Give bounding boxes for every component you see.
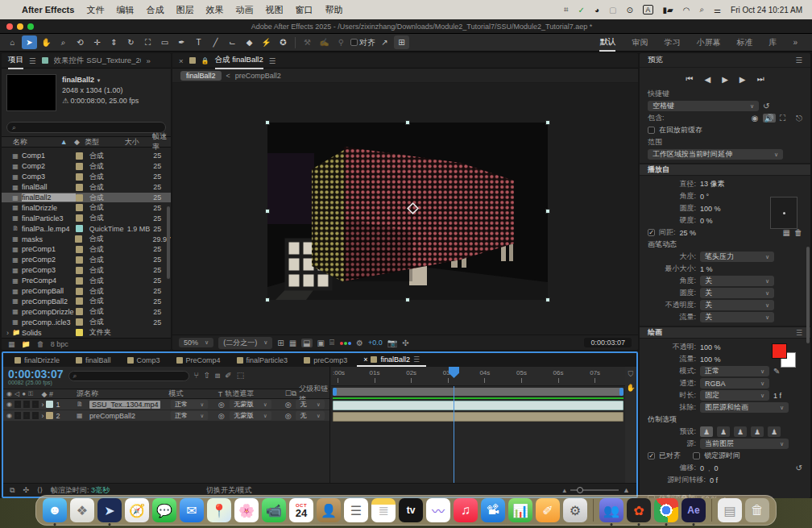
dock-maps-icon[interactable]: 📍 bbox=[207, 498, 231, 522]
paint-flow-value[interactable]: 100 % bbox=[700, 355, 721, 364]
project-row[interactable]: ▦preCompDrizzle合成25 bbox=[2, 306, 171, 317]
comp-panel-menu-icon[interactable]: ☰ bbox=[269, 56, 276, 65]
audio-icon[interactable]: ▪ bbox=[14, 401, 21, 408]
dock-settings-icon[interactable]: ⚙ bbox=[563, 498, 587, 522]
label-color-chip[interactable] bbox=[76, 214, 83, 222]
time-ruler[interactable]: :00s01s02s03s04s05s06s07s08s bbox=[331, 367, 625, 386]
expander-icon[interactable]: › bbox=[6, 329, 12, 337]
flow-dynamics-dropdown[interactable]: 关∨ bbox=[700, 312, 774, 322]
cache-before-playback-checkbox[interactable] bbox=[648, 127, 655, 134]
rotation-tool[interactable]: ↻ bbox=[123, 35, 139, 49]
timeline-tab-finalBall2[interactable]: ×finalBall2☰ bbox=[357, 353, 426, 367]
dock-messages-icon[interactable]: 💬 bbox=[152, 498, 176, 522]
handle-bottom-right[interactable] bbox=[545, 297, 550, 302]
hand-mini-icon[interactable]: ✋ bbox=[626, 384, 635, 392]
menu-edit[interactable]: 编辑 bbox=[116, 4, 134, 16]
timeline-tab-finalDrizzle[interactable]: finalDrizzle bbox=[8, 353, 66, 367]
layer-duration-bar[interactable] bbox=[333, 401, 624, 410]
new-brush-icon[interactable]: ▦ bbox=[783, 228, 790, 237]
guides-icon[interactable]: ▣ bbox=[317, 339, 325, 347]
label-color-chip[interactable] bbox=[76, 163, 83, 170]
viewer-gear-icon[interactable]: ⚙ bbox=[356, 339, 363, 347]
rulers-icon[interactable]: ⌸ bbox=[329, 338, 334, 347]
battery-icon[interactable]: ▮▰ bbox=[663, 6, 673, 15]
timeline-tab-preComp3[interactable]: preComp3 bbox=[297, 353, 354, 367]
control-center-icon[interactable]: ⚌ bbox=[714, 6, 721, 15]
dock-contacts-icon[interactable]: 👤 bbox=[317, 498, 341, 522]
paint-panel-menu-icon[interactable]: ☰ bbox=[796, 329, 802, 337]
menu-composition[interactable]: 合成 bbox=[146, 4, 164, 16]
channel-dropdown[interactable]: RGBA∨ bbox=[700, 378, 769, 389]
label-color-chip[interactable] bbox=[76, 184, 83, 191]
menu-file[interactable]: 文件 bbox=[86, 4, 104, 16]
bit-depth-label[interactable]: 8 bpc bbox=[51, 340, 68, 348]
workspace-4[interactable]: 小屏幕 bbox=[696, 35, 720, 51]
viewer-timecode[interactable]: 0:00:03:07 bbox=[584, 338, 632, 347]
layer-name-cell[interactable]: 🗎SSU_Tex..1304.mp4 bbox=[77, 401, 169, 409]
project-panel-menu-icon[interactable]: ☰ bbox=[29, 56, 36, 65]
composition-viewport[interactable] bbox=[172, 83, 638, 335]
current-timecode[interactable]: 0:00:03:07 bbox=[8, 369, 64, 380]
project-row[interactable]: ▦finalDrizzle合成25 bbox=[2, 202, 171, 213]
tab-composition[interactable]: 合成 finalBall2 bbox=[215, 53, 263, 69]
workspace-1[interactable]: 默认 bbox=[599, 34, 615, 52]
paint-mode-dropdown[interactable]: 正常∨ bbox=[700, 366, 769, 376]
more-tabs-icon[interactable]: » bbox=[147, 56, 151, 65]
layer-duration-bar[interactable] bbox=[333, 412, 624, 422]
minimize-window-button[interactable] bbox=[17, 23, 23, 30]
project-row[interactable]: ▦Comp3合成25 bbox=[2, 172, 171, 182]
dock-music-icon[interactable]: ♫ bbox=[454, 498, 478, 522]
expressions-icon[interactable]: ⟨⟩ bbox=[37, 486, 43, 494]
paint-opacity-value[interactable]: 100 % bbox=[700, 343, 721, 351]
brush-tool[interactable]: ╱ bbox=[208, 35, 223, 49]
menu-help[interactable]: 帮助 bbox=[325, 4, 342, 16]
handle-top-right[interactable] bbox=[545, 120, 550, 125]
resolution-dropdown[interactable]: (二分之一)∨ bbox=[218, 337, 272, 349]
show-snapshot-icon[interactable]: ✣ bbox=[402, 339, 408, 347]
mode-column[interactable]: 模式 bbox=[168, 389, 218, 399]
layer-name-cell[interactable]: ▦preCompBall2 bbox=[77, 412, 169, 420]
source-time-shift-value[interactable]: 0 f bbox=[710, 476, 718, 484]
layer-row[interactable]: ◉▪▪▪›2▦preCompBall2正常∨◎无蒙版∨◎无∨ bbox=[3, 410, 329, 422]
camera-tool[interactable]: ⛶ bbox=[140, 35, 155, 49]
roundness-dynamics-dropdown[interactable]: 关∨ bbox=[700, 288, 774, 298]
timeline-zoom-slider[interactable]: ▴ ▲ bbox=[563, 486, 630, 494]
pickwhip-icon[interactable]: ◎ bbox=[285, 401, 292, 409]
range-dropdown[interactable]: 工作区域按当前时间延伸∨ bbox=[648, 149, 783, 160]
zoom-slider-knob[interactable] bbox=[577, 487, 583, 493]
dock-screenshot-icon[interactable]: ▤ bbox=[718, 498, 742, 522]
column-size[interactable]: 大小 bbox=[125, 137, 152, 148]
spotlight-icon[interactable]: ⌕ bbox=[699, 5, 704, 15]
project-row[interactable]: ▦preCompBall2合成25 bbox=[2, 296, 171, 306]
motion-blur-icon[interactable]: ✐ bbox=[225, 371, 231, 380]
delete-brush-icon[interactable]: 🗑 bbox=[794, 228, 802, 237]
shield-icon[interactable]: ⛉ bbox=[628, 370, 634, 379]
zoom-tool[interactable]: ⌕ bbox=[56, 35, 71, 49]
grid-icon[interactable]: ⊞ bbox=[394, 35, 409, 49]
dock-safari-icon[interactable]: 🧭 bbox=[125, 498, 149, 522]
last-frame-button[interactable]: ⏭ bbox=[757, 74, 764, 84]
label-color-chip[interactable] bbox=[76, 173, 83, 181]
preview-panel-menu-icon[interactable]: ☰ bbox=[795, 56, 802, 64]
include-overlays-icon[interactable]: ⛶ bbox=[780, 114, 785, 123]
project-row[interactable]: ▦preCompBall合成25 bbox=[2, 286, 171, 297]
lock-icon[interactable]: 🔒 bbox=[201, 57, 209, 64]
dock-reminders-icon[interactable]: ☰ bbox=[344, 498, 368, 522]
workspace-5[interactable]: 标准 bbox=[736, 35, 752, 51]
transfer-controls-icon[interactable]: ✣ bbox=[23, 486, 29, 494]
next-frame-button[interactable]: ▶ bbox=[740, 75, 746, 84]
dock-mail-icon[interactable]: ✉ bbox=[180, 498, 204, 522]
workspace-6[interactable]: 库 bbox=[768, 35, 777, 51]
shortcut-dropdown[interactable]: 空格键∨ bbox=[648, 101, 759, 111]
label-color-chip[interactable] bbox=[76, 297, 83, 305]
dock-telegram-icon[interactable]: ➤ bbox=[97, 498, 122, 522]
dock-pages-icon[interactable]: ✐ bbox=[536, 498, 560, 522]
tiles-icon[interactable]: ⌗ bbox=[564, 5, 569, 15]
menu-effect[interactable]: 效果 bbox=[205, 4, 223, 16]
layer-source-name[interactable]: preCompBall2 bbox=[89, 412, 135, 420]
clone-preset-4[interactable]: ♟ bbox=[751, 426, 764, 437]
clone-preset-1[interactable]: ♟ bbox=[700, 426, 713, 437]
zoom-window-button[interactable] bbox=[27, 23, 34, 30]
handle-mid-left[interactable] bbox=[265, 209, 270, 214]
project-row[interactable]: ▦finalBall2合成25 bbox=[2, 193, 171, 203]
